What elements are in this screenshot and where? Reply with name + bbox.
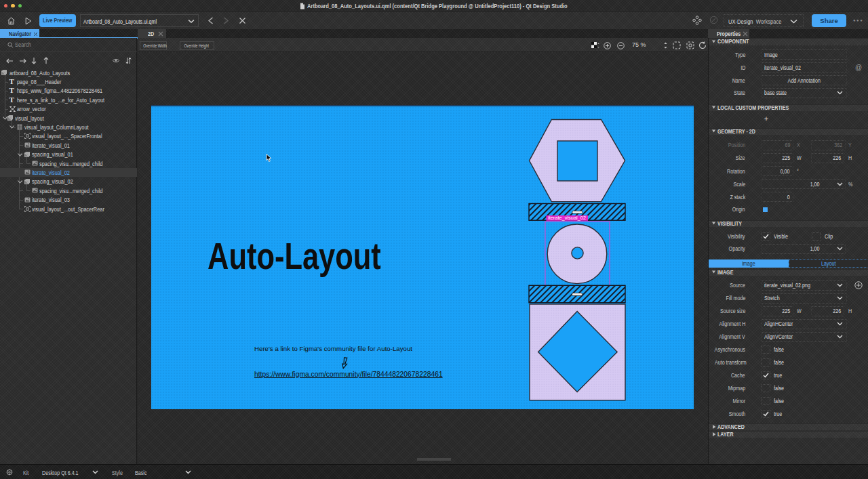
svg-text:iterate_visual_02: iterate_visual_02 (548, 215, 586, 221)
